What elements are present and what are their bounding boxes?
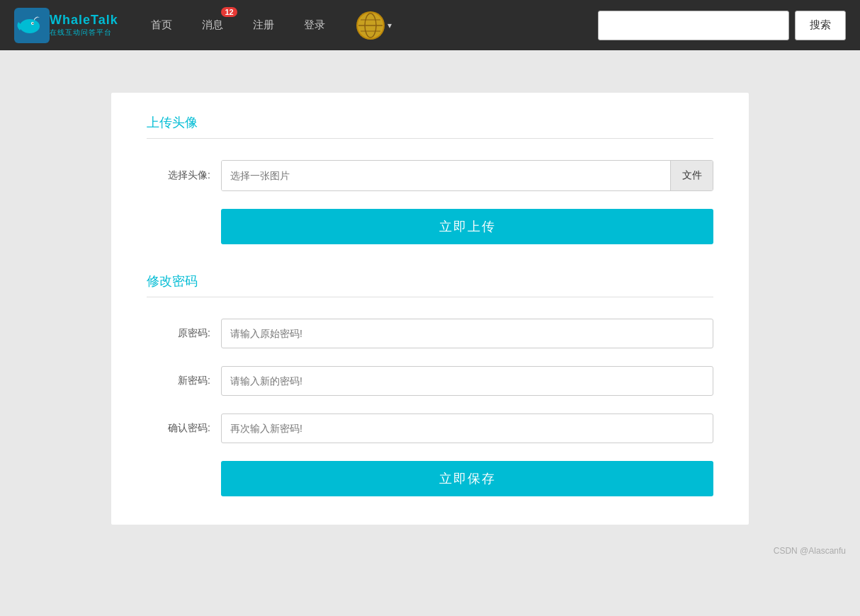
file-input-group: 选择头像: 文件 [147,160,713,191]
search-area: 搜索 [598,11,846,40]
password-section-title: 修改密码 [147,273,713,297]
upload-section-title: 上传头像 [147,114,713,139]
new-password-group: 新密码: [147,366,713,396]
brand-subtitle: 在线互动问答平台 [50,28,118,38]
file-label: 选择头像: [147,169,210,182]
new-password-input[interactable] [221,366,713,396]
file-button[interactable]: 文件 [670,161,713,190]
avatar-dropdown-icon[interactable]: ▾ [387,21,392,30]
svg-point-3 [33,23,34,24]
nav-home[interactable]: 首页 [140,13,183,38]
confirm-password-label: 确认密码: [147,422,210,435]
nav-links: 首页 消息 12 注册 登录 ▾ [140,11,598,40]
brand-text: WhaleTalk 在线互动问答平台 [50,13,118,38]
messages-badge: 12 [221,7,237,17]
upload-button[interactable]: 立即上传 [221,209,713,244]
old-password-group: 原密码: [147,319,713,348]
old-password-input[interactable] [221,319,713,348]
save-button[interactable]: 立即保存 [221,461,713,496]
search-input[interactable] [598,11,789,40]
main-content: 上传头像 选择头像: 文件 立即上传 修改密码 原密码: 新密码: [111,93,749,525]
password-section: 修改密码 原密码: 新密码: 确认密码: 立即保存 [147,273,713,496]
nav-register[interactable]: 注册 [242,13,285,38]
avatar[interactable] [356,11,385,40]
brand-logo [14,8,50,43]
new-password-label: 新密码: [147,375,210,387]
search-button[interactable]: 搜索 [795,11,846,40]
confirm-password-group: 确认密码: [147,413,713,443]
svg-point-1 [20,19,40,33]
nav-messages-wrapper[interactable]: 消息 12 [191,13,234,38]
old-password-label: 原密码: [147,327,210,340]
file-input[interactable] [222,161,670,190]
brand-title: WhaleTalk [50,13,118,28]
file-input-wrapper: 文件 [221,160,713,191]
upload-section: 上传头像 选择头像: 文件 立即上传 [147,114,713,244]
avatar-inner [358,13,383,38]
confirm-password-input[interactable] [221,413,713,443]
brand: WhaleTalk 在线互动问答平台 [14,8,118,43]
navbar: WhaleTalk 在线互动问答平台 首页 消息 12 注册 登录 [0,0,860,50]
nav-login[interactable]: 登录 [293,13,336,38]
footer-credit: CSDN @Alascanfu [0,546,860,556]
